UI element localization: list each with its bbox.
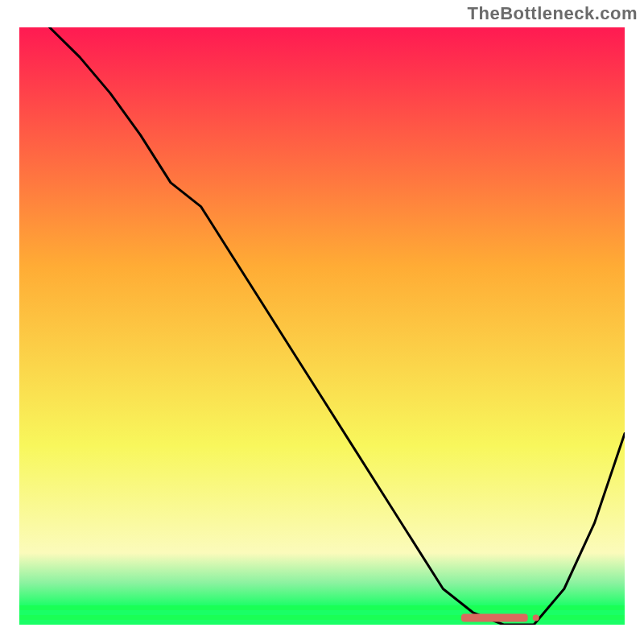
minimum-marker <box>461 614 528 622</box>
bottleneck-chart <box>19 27 625 625</box>
chart-svg <box>19 27 625 625</box>
green-stripe <box>19 610 625 615</box>
watermark-text: TheBottleneck.com <box>468 3 638 24</box>
green-stripe <box>19 605 625 610</box>
minimum-marker-dot <box>533 615 539 621</box>
chart-background <box>19 27 625 625</box>
